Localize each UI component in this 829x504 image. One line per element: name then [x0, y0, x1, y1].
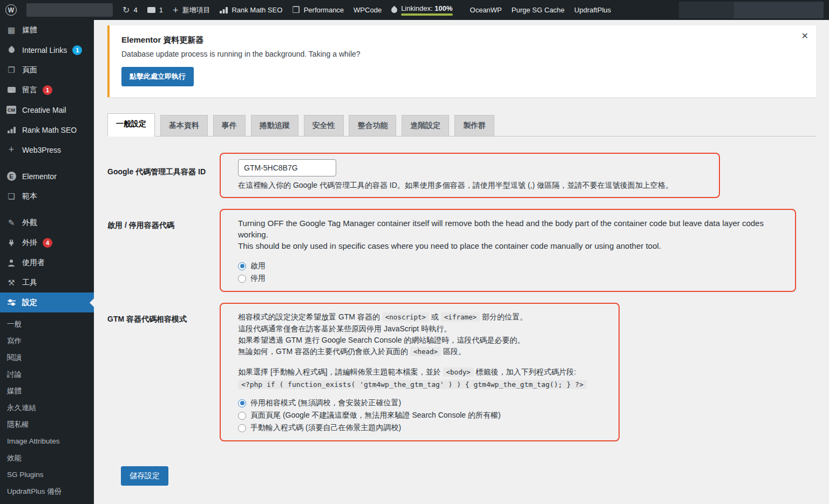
radio-option-footer[interactable]: 頁面頁尾 (Google 不建議這麼做，無法用來驗證 Search Consol…	[238, 411, 608, 420]
admin-bar-performance[interactable]: ❒ Performance	[292, 6, 344, 15]
new-item-menu[interactable]: + 新增項目	[173, 5, 210, 15]
settings-sliders-icon	[6, 299, 17, 306]
user-account-area-redacted[interactable]	[679, 2, 824, 18]
rank-math-icon	[6, 127, 17, 133]
radio-option-manual-code[interactable]: 手動輸入程式碼 (須要自己在佈景主題內調校)	[238, 423, 608, 433]
radio-option-disable[interactable]: 停用	[238, 274, 784, 283]
admin-bar-purge-cache[interactable]: Purge SG Cache	[512, 6, 565, 14]
sidebar-item-templates[interactable]: ❏ 範本	[0, 186, 94, 206]
comments-indicator[interactable]: 1	[147, 6, 163, 14]
site-name-redacted[interactable]	[26, 3, 113, 17]
save-settings-button[interactable]: 儲存設定	[121, 466, 168, 486]
sidebar-item-label: 範本	[22, 192, 37, 201]
sidebar-item-label: Creative Mail	[22, 106, 66, 114]
main-content: Elementor 資料更新器 Database update process …	[94, 0, 829, 486]
sidebar-item-web3press[interactable]: + Web3Press	[0, 140, 94, 160]
sidebar-item-users[interactable]: 使用者	[0, 253, 94, 273]
sidebar-item-creative-mail[interactable]: CM Creative Mail	[0, 100, 94, 120]
toggle-description-line2: This should be only used in specific cas…	[238, 240, 784, 251]
sidebar-item-settings[interactable]: 設定	[0, 292, 94, 312]
admin-bar-oceanwp[interactable]: OceanWP	[470, 6, 502, 14]
creative-mail-icon: CM	[6, 106, 17, 114]
plus-icon: +	[173, 5, 179, 15]
comment-icon	[6, 87, 17, 93]
submenu-item-updraftplus-backup[interactable]: UpdraftPlus 備份	[0, 483, 94, 500]
gtm-container-id-label: Google 代碼管理工具容器 ID	[107, 153, 220, 198]
submenu-item-image-attributes[interactable]: Image Attributes	[0, 433, 94, 449]
plus-star-icon: +	[6, 144, 17, 155]
admin-bar-linkindex[interactable]: Linkindex: 100%	[391, 4, 452, 16]
rank-math-icon	[220, 7, 228, 13]
internal-links-badge: 1	[72, 45, 82, 55]
admin-bar-wpcode[interactable]: WPCode	[354, 6, 382, 14]
sidebar-item-rank-math-seo[interactable]: Rank Math SEO	[0, 120, 94, 140]
submenu-item-writing[interactable]: 寫作	[0, 332, 94, 349]
radio-unchecked-icon[interactable]	[238, 424, 246, 432]
notice-title: Elementor 資料更新器	[121, 35, 791, 45]
sidebar-item-elementor[interactable]: E Elementor	[0, 166, 94, 186]
sidebar-item-pages[interactable]: ❐ 頁面	[0, 60, 94, 80]
radio-option-enable[interactable]: 啟用	[238, 261, 784, 271]
sidebar-item-media[interactable]: ▦ 媒體	[0, 20, 94, 40]
sidebar-separator	[0, 206, 94, 213]
radio-label: 頁面頁尾 (Google 不建議這麼做，無法用來驗證 Search Consol…	[250, 411, 501, 420]
compatibility-mode-label: GTM 容器代碼相容模式	[107, 303, 220, 441]
toggle-radio-group: 啟用 停用	[238, 261, 784, 283]
sidebar-item-label: 外掛	[22, 238, 37, 248]
run-update-button[interactable]: 點擊此處立即執行	[121, 67, 194, 86]
gtm-container-id-help: 在這裡輸入你的 Google 代碼管理工具的容器 ID。如果使用多個容器，請使用…	[238, 181, 708, 190]
tab-credits[interactable]: 製作群	[454, 115, 494, 137]
pages-icon: ❐	[6, 65, 17, 75]
submenu-item-converter-for-media[interactable]: Converter for Media	[0, 500, 94, 504]
sidebar-item-label: Elementor	[22, 172, 57, 181]
sidebar-item-internal-links[interactable]: Internal Links 1	[0, 40, 94, 60]
submenu-item-performance[interactable]: 效能	[0, 449, 94, 466]
sidebar-item-comments[interactable]: 留言 1	[0, 80, 94, 100]
admin-sidebar: ▦ 媒體 Internal Links 1 ❐ 頁面 留言 1 CM Creat…	[0, 20, 94, 504]
sidebar-item-label: 設定	[22, 298, 37, 308]
tab-basic-data[interactable]: 基本資料	[160, 115, 208, 137]
updates-indicator[interactable]: ↻ 4	[123, 6, 138, 15]
submenu-item-discussion[interactable]: 討論	[0, 366, 94, 383]
user-icon	[6, 259, 17, 267]
admin-bar-rank-math[interactable]: Rank Math SEO	[220, 6, 282, 14]
refresh-icon: ↻	[123, 6, 130, 15]
sidebar-item-tools[interactable]: ⚒ 工具	[0, 273, 94, 292]
tab-scroll-tracking[interactable]: 捲動追蹤	[251, 115, 298, 137]
rank-math-label: Rank Math SEO	[232, 6, 282, 14]
droplet-icon	[390, 6, 399, 15]
radio-checked-icon[interactable]	[238, 399, 246, 407]
submenu-item-general[interactable]: 一般	[0, 316, 94, 332]
sidebar-item-plugins[interactable]: 外掛 4	[0, 233, 94, 253]
radio-unchecked-icon[interactable]	[238, 412, 246, 420]
wordpress-menu[interactable]: W	[5, 4, 17, 16]
submenu-item-reading[interactable]: 閱讀	[0, 349, 94, 366]
radio-checked-icon[interactable]	[238, 262, 246, 270]
container-toggle-highlight-box: Turning OFF the Google Tag Manager conta…	[220, 209, 796, 292]
tab-events[interactable]: 事件	[213, 115, 246, 137]
gtm-container-id-input[interactable]	[238, 159, 336, 176]
sidebar-item-label: Internal Links	[22, 46, 67, 55]
close-icon[interactable]: ✕	[801, 32, 808, 40]
submenu-item-media[interactable]: 媒體	[0, 383, 94, 399]
sidebar-item-label: 使用者	[22, 258, 45, 268]
tab-general-settings[interactable]: 一般設定	[107, 113, 155, 137]
radio-option-compat-off[interactable]: 停用相容模式 (無須調校，會安裝於正確位置)	[238, 398, 608, 408]
sidebar-item-label: 外觀	[22, 218, 37, 228]
media-icon: ▦	[6, 25, 17, 35]
sidebar-item-appearance[interactable]: ✎ 外觀	[0, 213, 94, 233]
tab-security[interactable]: 安全性	[304, 115, 344, 137]
plugins-badge: 4	[43, 238, 52, 248]
compatibility-mode-row: GTM 容器代碼相容模式 相容模式的設定決定希望放置 GTM 容器的 <nosc…	[107, 303, 816, 441]
submenu-item-sg-plugins[interactable]: SG Plugins	[0, 466, 94, 483]
submenu-item-permalinks[interactable]: 永久連結	[0, 399, 94, 416]
tab-advanced[interactable]: 進階設定	[402, 115, 449, 137]
linkindex-progress-bar	[401, 13, 452, 16]
submenu-item-privacy[interactable]: 隱私權	[0, 416, 94, 433]
compat-line-1: 相容模式的設定決定希望放置 GTM 容器的 <noscript> 或 <ifra…	[238, 311, 608, 323]
sidebar-item-label: Web3Press	[22, 146, 61, 154]
admin-bar-updraftplus[interactable]: UpdraftPlus	[574, 6, 611, 14]
tab-integrations[interactable]: 整合功能	[349, 115, 396, 137]
radio-unchecked-icon[interactable]	[238, 275, 246, 283]
compat-line-5: 如果選擇 [手動輸入程式碼]，請編輯佈景主題範本檔案，並於 <body> 標籤後…	[238, 366, 608, 378]
